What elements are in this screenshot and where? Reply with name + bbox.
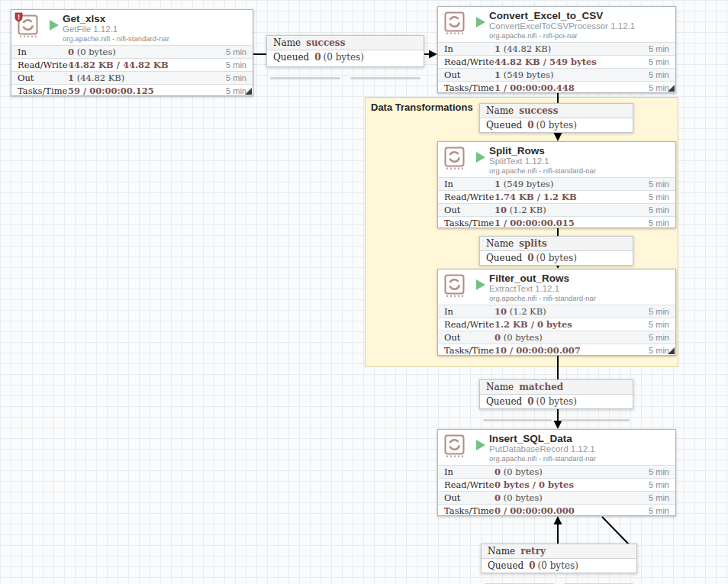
stat-value: 0 (0 bytes) [494, 331, 543, 344]
stat-window: 5 min [649, 178, 669, 190]
stat-value: 0 / 00:00:00.000 [494, 505, 575, 517]
run-status-running-icon [476, 152, 485, 163]
stat-value-strong: 59 / 00:00:00.125 [68, 86, 154, 96]
connection-label-success-2[interactable]: Namesuccess Queued0(0 bytes) [479, 103, 633, 133]
stat-value: 1.2 KB / 0 bytes [494, 318, 572, 331]
connection-queued-key: Queued [273, 52, 309, 63]
stat-label: Tasks/Time [444, 82, 494, 94]
processor-type: ConvertExcelToCSVProcessor 1.12.1 [489, 21, 671, 31]
connection-queued-row: Queued0(0 bytes) [267, 50, 424, 82]
queue-percent-bar [270, 77, 340, 79]
stat-row-in: In 1 (44.82 KB) 5 min [438, 42, 675, 55]
stat-value-strong: 1.2 KB / 0 bytes [494, 319, 572, 330]
stat-value-strong: 0 / 00:00:00.000 [494, 505, 575, 516]
stat-label: Read/Write [18, 59, 67, 71]
connection-name-row: Namematched [480, 380, 633, 395]
processor-header: Get_xlsx GetFile 1.12.1 org.apache.nifi … [11, 10, 253, 45]
processor-titles: Get_xlsx GetFile 1.12.1 org.apache.nifi … [63, 13, 248, 44]
stat-row-tasks-time: Tasks/Time 10 / 00:00:00.007 5 min [438, 344, 675, 357]
stat-value-strong: 10 [494, 306, 507, 317]
nifi-flow-canvas[interactable]: Data Transformations Namesuccess Queued0… [0, 0, 728, 584]
connection-queued-row: Queued0(0 bytes) [482, 559, 636, 584]
processor-header: Insert_SQL_Data PutDatabaseRecord 1.12.1… [438, 430, 675, 465]
stat-value: 1 (44.82 KB) [494, 43, 551, 55]
stat-window: 5 min [649, 204, 669, 216]
processor-type: ExtractText 1.12.1 [489, 284, 671, 294]
connection-label-matched[interactable]: Namematched Queued0(0 bytes) [479, 379, 633, 409]
stat-value: 1 (44.82 KB) [68, 72, 124, 84]
processor-name: Split_Rows [489, 145, 671, 156]
connection-name-row: Namesuccess [267, 36, 424, 50]
arrowhead-icon [554, 516, 562, 524]
processor-split-rows[interactable]: Split_Rows SplitText 1.12.1 org.apache.n… [437, 141, 676, 228]
stat-value-strong: 1 / 00:00:00.015 [494, 218, 575, 228]
connection-name-key: Name [486, 382, 514, 392]
processor-header: Split_Rows SplitText 1.12.1 org.apache.n… [438, 142, 675, 177]
processor-bundle: org.apache.nifi - nifi-standard-nar [489, 454, 671, 463]
stat-value: 10 (1.2 KB) [494, 204, 546, 216]
processor-type: PutDatabaseRecord 1.12.1 [489, 444, 671, 454]
processor-stamp-icon [444, 434, 465, 458]
processor-filter-out-rows[interactable]: Filter_out_Rows ExtractText 1.12.1 org.a… [437, 269, 676, 356]
stat-window: 5 min [649, 191, 669, 203]
stat-value-strong: 1.74 KB / 1.2 KB [494, 192, 577, 202]
stat-label: Read/Write [444, 56, 494, 68]
stat-value-strong: 0 [494, 466, 501, 477]
connection-queued-count: 0 [314, 52, 321, 63]
stat-row-read-write: Read/Write 1.2 KB / 0 bytes 5 min [438, 318, 675, 331]
arrowhead-icon [429, 50, 437, 59]
stat-value: 0 (0 bytes) [68, 46, 116, 58]
connection-label-splits[interactable]: Namesplits Queued0(0 bytes) [479, 236, 633, 266]
connection-queued-key: Queued [486, 253, 522, 263]
connection-label-success-1[interactable]: Namesuccess Queued0(0 bytes) [266, 35, 424, 67]
connection-name-key: Name [486, 105, 514, 116]
stat-value-rest: (44.82 KB) [74, 73, 124, 83]
processor-stamp-icon [444, 147, 465, 170]
stat-label: Tasks/Time [444, 344, 494, 357]
stat-row-out: Out 10 (1.2 KB) 5 min [438, 203, 675, 216]
run-status-running-icon [476, 279, 485, 290]
processor-titles: Split_Rows SplitText 1.12.1 org.apache.n… [489, 145, 671, 176]
processor-insert-sql-data[interactable]: Insert_SQL_Data PutDatabaseRecord 1.12.1… [437, 429, 676, 516]
comment-corner-icon [245, 88, 252, 95]
processor-type: GetFile 1.12.1 [63, 24, 248, 34]
stat-value: 0 (0 bytes) [494, 466, 543, 478]
connection-queued-size: (0 bytes) [324, 52, 364, 63]
stat-label: Read/Write [444, 191, 494, 203]
connection-name-row: Namesuccess [480, 104, 633, 118]
connection-queued-size: (0 bytes) [536, 253, 577, 263]
connection-queued-count: 0 [527, 253, 533, 263]
connection-label-retry[interactable]: Nameretry Queued0(0 bytes) [481, 544, 637, 573]
connection-queued-key: Queued [486, 120, 522, 131]
stat-label: In [444, 178, 453, 190]
stat-value-strong: 10 / 00:00:00.007 [494, 345, 581, 356]
stat-value-strong: 10 [494, 205, 507, 215]
stat-value-rest: (1.2 KB) [507, 205, 546, 215]
stat-label: In [444, 466, 453, 478]
stat-value-strong: 0 [494, 332, 501, 343]
stat-window: 5 min [649, 56, 669, 68]
stat-value-rest: (549 bytes) [501, 69, 553, 80]
stat-value-strong: 1 [68, 73, 74, 83]
stat-value-rest: (549 bytes) [501, 179, 553, 189]
connection-name-value: success [519, 105, 558, 116]
stat-window: 5 min [649, 305, 669, 318]
processor-get-xlsx[interactable]: Get_xlsx GetFile 1.12.1 org.apache.nifi … [11, 9, 253, 96]
stat-label: In [444, 43, 453, 55]
stat-value-strong: 0 bytes / 0 bytes [494, 479, 574, 490]
stat-value-strong: 0 [68, 47, 74, 57]
stat-value: 0 (0 bytes) [494, 492, 543, 504]
stat-value: 10 / 00:00:00.007 [494, 344, 581, 357]
processor-convert-excel-to-csv[interactable]: Convert_Excel_to_CSV ConvertExcelToCSVPr… [437, 6, 676, 93]
stat-row-read-write: Read/Write 0 bytes / 0 bytes 5 min [438, 478, 675, 491]
stat-row-out: Out 1 (549 bytes) 5 min [438, 68, 675, 81]
stat-value: 1 / 00:00:00.015 [494, 217, 575, 229]
stat-value-rest: (0 bytes) [501, 332, 543, 343]
restricted-shield-icon [14, 11, 23, 25]
connection-name-value: success [306, 37, 345, 48]
connection-name-key: Name [273, 37, 301, 48]
stat-window: 5 min [649, 217, 669, 229]
connection-queued-row: Queued0(0 bytes) [480, 395, 633, 424]
connection-line-retry-out[interactable] [602, 517, 629, 544]
run-status-running-icon [476, 17, 485, 27]
